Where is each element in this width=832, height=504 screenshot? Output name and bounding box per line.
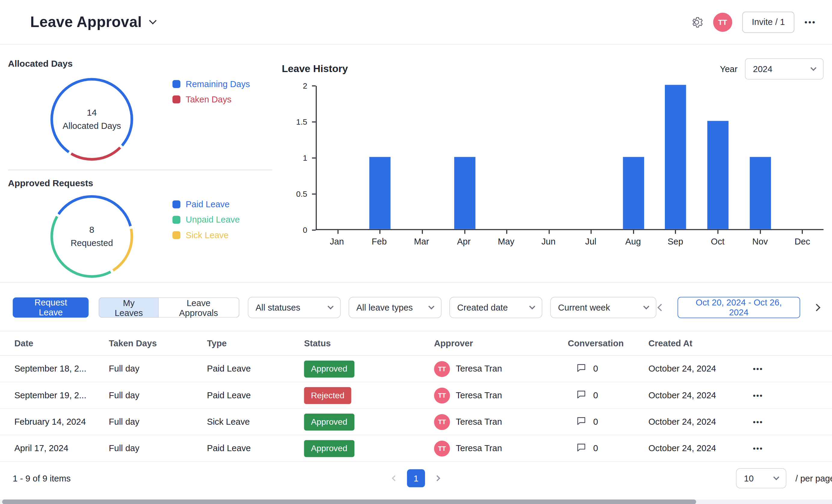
legend-label: Sick Leave	[186, 230, 229, 240]
conversation-bubble-icon	[576, 442, 587, 454]
legend-item-sick-leave[interactable]: Sick Leave	[173, 230, 240, 240]
cell-conversation[interactable]: 0	[568, 389, 648, 401]
next-week-button[interactable]	[812, 303, 822, 312]
y-axis: 21.510.50	[282, 86, 316, 230]
filter-dropdowns: All statusesAll leave typesCreated dateC…	[248, 297, 656, 318]
x-tick-mark	[591, 230, 592, 234]
page-size-control: 10 / per page	[736, 468, 832, 488]
row-actions-button[interactable]: •••	[751, 365, 763, 373]
cell-approver: TTTeresa Tran	[434, 361, 568, 376]
conversation-count: 0	[593, 390, 598, 400]
cell-date: September 19, 2...	[15, 390, 109, 400]
x-axis-labels: JanFebMarAprMayJunJulAugSepOctNovDec	[282, 236, 823, 247]
bar-aug	[623, 157, 644, 229]
cell-actions: •••	[751, 390, 832, 400]
x-axis-label-nov: Nov	[739, 236, 781, 247]
allocated-days-donut-chart: 14 Allocated Days	[51, 78, 133, 160]
more-options-button[interactable]: •••	[805, 18, 816, 26]
pagination: 1	[390, 469, 441, 487]
year-label: Year	[720, 64, 737, 74]
prev-week-button[interactable]	[656, 303, 666, 312]
cell-taken-days: Full day	[109, 364, 207, 374]
x-tick-mark	[633, 230, 634, 234]
page-size-select[interactable]: 10	[736, 468, 786, 488]
x-tick-mark	[422, 230, 423, 234]
year-select[interactable]: 2024	[745, 58, 823, 80]
filter-value: Current week	[558, 303, 610, 313]
tab-leave-approvals[interactable]: Leave Approvals	[159, 297, 239, 317]
bar-column-jun	[528, 86, 570, 229]
conversation-bubble-icon	[576, 416, 587, 428]
x-tick-mark	[380, 230, 381, 234]
period-filter[interactable]: Current week	[550, 297, 656, 318]
x-tick-mark	[549, 230, 550, 234]
prev-page-button[interactable]	[390, 474, 399, 482]
leave-history-title: Leave History	[282, 63, 348, 75]
bar-feb	[369, 157, 391, 229]
current-page-button[interactable]: 1	[407, 469, 425, 487]
approved-requests-widget: 8 Requested Paid LeaveUnpaid LeaveSick L…	[8, 189, 273, 278]
cell-created-at: October 24, 2024	[648, 443, 751, 453]
cell-actions: •••	[751, 417, 832, 427]
row-actions-button[interactable]: •••	[751, 418, 763, 426]
row-actions-button[interactable]: •••	[751, 391, 763, 400]
legend-item-paid-leave[interactable]: Paid Leave	[173, 199, 240, 209]
cell-conversation[interactable]: 0	[568, 363, 648, 375]
bar-column-sep	[655, 86, 697, 229]
approved-requests-title: Approved Requests	[8, 178, 273, 189]
approver-avatar: TT	[434, 440, 450, 456]
leave-type-filter[interactable]: All leave types	[348, 297, 441, 318]
user-avatar[interactable]: TT	[713, 12, 732, 31]
app-root: Leave Approval TT Invite / 1 ••• Allocat…	[0, 0, 832, 504]
chevron-left-icon	[392, 475, 398, 481]
date-field-filter[interactable]: Created date	[449, 297, 542, 318]
legend-swatch	[173, 231, 180, 239]
settings-button[interactable]	[690, 16, 703, 28]
row-actions-button[interactable]: •••	[751, 444, 763, 453]
legend-item-remaining-days[interactable]: Remaining Days	[173, 79, 250, 89]
legend-item-unpaid-leave[interactable]: Unpaid Leave	[173, 215, 240, 225]
page-size-value: 10	[744, 473, 754, 483]
tab-my-leaves[interactable]: My Leaves	[99, 297, 158, 317]
x-axis-label-dec: Dec	[781, 236, 824, 247]
board-title-dropdown[interactable]: Leave Approval	[30, 13, 156, 30]
cell-conversation[interactable]: 0	[568, 416, 648, 428]
donut-center: 8 Requested	[53, 198, 131, 275]
table-row: April 17, 2024Full dayPaid LeaveApproved…	[0, 435, 832, 461]
leave-history-panel: Leave History Year 2024 21.510.50 JanFeb…	[273, 45, 832, 282]
next-page-button[interactable]	[433, 474, 441, 482]
legend-item-taken-days[interactable]: Taken Days	[173, 94, 250, 105]
allocated-days-legend: Remaining DaysTaken Days	[173, 79, 250, 105]
invite-button[interactable]: Invite / 1	[742, 11, 795, 33]
table-body: September 18, 2...Full dayPaid LeaveAppr…	[0, 356, 832, 462]
approver-name: Teresa Tran	[456, 417, 502, 427]
legend-label: Unpaid Leave	[186, 215, 240, 225]
x-tick-mark	[802, 230, 803, 234]
cell-status: Rejected	[304, 387, 434, 404]
filter-value: All statuses	[256, 303, 300, 313]
scrollbar-thumb[interactable]	[2, 500, 696, 504]
bar-column-may	[486, 86, 528, 229]
date-range-button[interactable]: Oct 20, 2024 - Oct 26, 2024	[677, 297, 800, 318]
x-axis-label-mar: Mar	[400, 236, 443, 247]
x-tick-mark	[506, 230, 508, 234]
approver-name: Teresa Tran	[456, 443, 502, 453]
dashboard-section: Allocated Days 14 Allocated Days Remaini…	[0, 45, 832, 282]
column-header-approver: Approver	[434, 338, 568, 348]
x-axis-label-sep: Sep	[654, 236, 697, 247]
cell-date: February 14, 2024	[15, 417, 109, 427]
y-tick-label: 1.5	[284, 117, 307, 126]
approved-requests-donut-chart: 8 Requested	[51, 195, 133, 278]
approver-avatar: TT	[434, 361, 450, 376]
y-tick-label: 2	[284, 81, 307, 90]
cell-conversation[interactable]: 0	[568, 442, 648, 454]
status-filter[interactable]: All statuses	[248, 297, 341, 318]
chevron-down-icon	[327, 303, 333, 309]
column-header-conversation: Conversation	[568, 338, 648, 348]
request-leave-button[interactable]: Request Leave	[12, 297, 89, 317]
x-axis-label-jan: Jan	[316, 236, 358, 247]
chevron-left-icon	[657, 304, 665, 311]
allocated-days-widget: 14 Allocated Days Remaining DaysTaken Da…	[8, 69, 273, 161]
table-row: September 19, 2...Full dayPaid LeaveReje…	[0, 382, 832, 409]
items-count: 1 - 9 of 9 items	[12, 473, 71, 483]
